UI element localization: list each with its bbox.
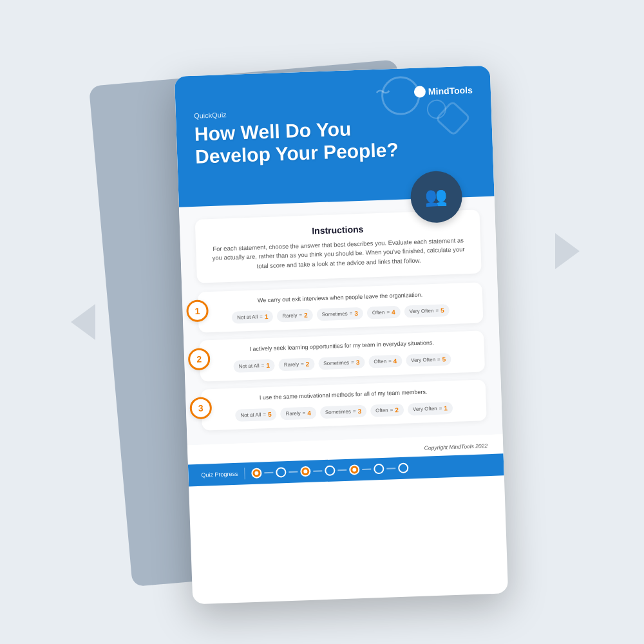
progress-line xyxy=(289,471,298,472)
option-pill[interactable]: Rarely = 4 xyxy=(280,406,316,420)
progress-line xyxy=(313,470,322,471)
progress-dot-5 xyxy=(349,464,360,475)
progress-label: Quiz Progress xyxy=(201,470,238,478)
copyright-text: Copyright MindTools 2022 xyxy=(424,442,488,451)
options-row-1: Not at All = 1 Rarely = 2 Sometimes = 3 xyxy=(207,303,474,325)
question-item-2: 2 I actively seek learning opportunities… xyxy=(199,331,485,382)
question-text-1: We carry out exit interviews when people… xyxy=(207,289,473,307)
option-pill[interactable]: Sometimes = 3 xyxy=(320,404,367,419)
option-label: Often xyxy=(372,310,385,316)
progress-dots xyxy=(251,462,408,478)
card-title: How Well Do You Develop Your People? xyxy=(194,114,475,168)
progress-line xyxy=(337,469,346,470)
progress-dot-1 xyxy=(251,468,262,478)
option-label: Sometimes xyxy=(321,311,347,317)
options-row-2: Not at All = 1 Rarely = 2 Sometimes = 3 xyxy=(209,352,475,374)
option-pill[interactable]: Often = 2 xyxy=(370,403,404,417)
option-pill[interactable]: Often = 4 xyxy=(368,355,402,368)
quiz-card: 〜 MindTools QuickQuiz How Well Do You De… xyxy=(175,66,508,605)
option-label: Very Often xyxy=(409,308,433,314)
progress-dot-6 xyxy=(374,463,384,474)
scene: 〜 MindTools QuickQuiz How Well Do You De… xyxy=(32,26,612,618)
brand-name: MindTools xyxy=(428,85,473,97)
brand-logo: MindTools xyxy=(414,84,473,98)
options-row-3: Not at All = 5 Rarely = 4 Sometimes = 3 xyxy=(211,401,477,422)
progress-divider xyxy=(244,468,245,479)
option-pill[interactable]: Very Often = 5 xyxy=(406,353,451,366)
option-pill[interactable]: Often = 4 xyxy=(367,306,401,319)
card-header: 〜 MindTools QuickQuiz How Well Do You De… xyxy=(175,66,495,207)
progress-dot-2 xyxy=(276,467,287,478)
question-text-2: I actively seek learning opportunities f… xyxy=(209,337,475,355)
option-pill[interactable]: Not at All = 1 xyxy=(233,359,275,373)
option-pill[interactable]: Not at All = 1 xyxy=(232,310,274,324)
right-arrow-icon xyxy=(555,233,580,269)
question-number-3: 3 xyxy=(189,397,212,419)
option-label: Rarely xyxy=(282,313,297,319)
option-pill[interactable]: Very Often = 1 xyxy=(408,402,453,415)
card-body: Instructions For each statement, choose … xyxy=(179,196,503,445)
progress-dot-7 xyxy=(398,462,409,473)
option-pill[interactable]: Sometimes = 3 xyxy=(318,356,365,370)
left-arrow-icon xyxy=(71,304,95,340)
option-pill[interactable]: Very Often = 5 xyxy=(404,304,450,317)
option-eq: = xyxy=(260,314,263,320)
option-pill[interactable]: Not at All = 5 xyxy=(235,408,277,421)
question-number-2: 2 xyxy=(188,348,211,370)
option-pill[interactable]: Sometimes = 3 xyxy=(316,307,363,321)
option-pill[interactable]: Rarely = 2 xyxy=(277,309,313,323)
option-pill[interactable]: Rarely = 2 xyxy=(279,357,315,371)
deco-squiggle: 〜 xyxy=(375,82,391,103)
option-label: Not at All xyxy=(237,314,258,321)
question-item-1: 1 We carry out exit interviews when peop… xyxy=(198,282,484,333)
option-value: 1 xyxy=(265,313,269,320)
avatar-icon: 👥 xyxy=(425,187,448,206)
instructions-text: For each statement, choose the answer th… xyxy=(209,236,468,272)
progress-dot-4 xyxy=(325,465,336,476)
question-number-1: 1 xyxy=(186,299,209,322)
progress-dot-3 xyxy=(300,466,311,477)
progress-line xyxy=(362,468,371,469)
progress-line xyxy=(264,471,273,473)
progress-line xyxy=(386,468,395,469)
question-item-3: 3 I use the same motivational methods fo… xyxy=(201,379,487,430)
question-text-3: I use the same motivational methods for … xyxy=(210,386,477,404)
